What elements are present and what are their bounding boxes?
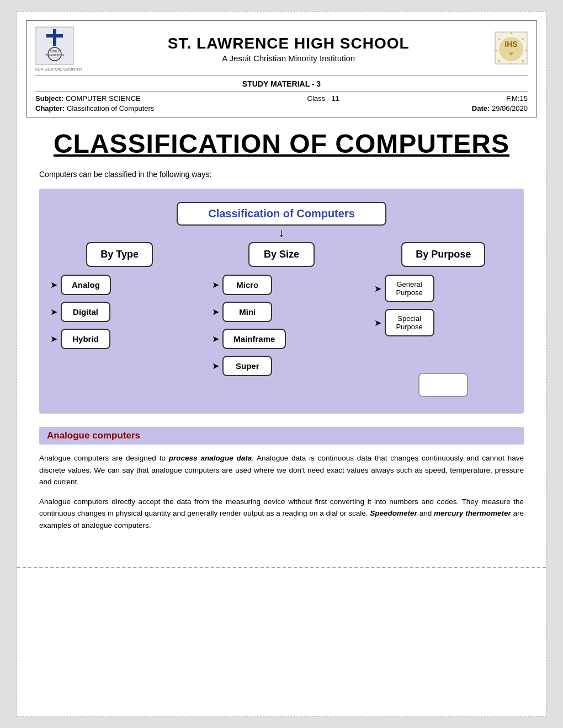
- super-box: Super: [222, 356, 272, 376]
- svg-text:✠: ✠: [509, 51, 513, 55]
- svg-text:ST.LAWRENCE: ST.LAWRENCE: [45, 53, 65, 57]
- super-row: ➤ Super: [212, 356, 350, 376]
- svg-text:TYPE II: TYPE II: [50, 50, 59, 53]
- date-field: Date: 29/06/2020: [472, 104, 528, 113]
- special-purpose-box: SpecialPurpose: [385, 309, 434, 336]
- study-material: STUDY MATERIAL - 3: [35, 76, 528, 88]
- for-god-label: FOR GOD AND COUNTRY: [35, 67, 82, 71]
- col-by-size: By Size ➤ Micro ➤ Mini ➤ Mainframe ➤: [212, 242, 350, 383]
- svg-rect-2: [46, 34, 63, 38]
- general-arrow: ➤: [374, 283, 381, 294]
- empty-box: [418, 373, 468, 397]
- main-arrow-down: ↓: [279, 227, 285, 239]
- digital-box: Digital: [61, 302, 110, 322]
- main-content: CLASSIFICATION OF COMPUTERS Computers ca…: [17, 117, 546, 550]
- header-box: TYPE II ST.LAWRENCE FOR GOD AND COUNTRY …: [26, 20, 537, 117]
- analog-row: ➤ Analog: [50, 275, 189, 295]
- subject-row: Subject: COMPUTER SCIENCE Class - 11 F.M…: [35, 92, 528, 103]
- mainframe-box: Mainframe: [222, 329, 286, 349]
- by-size-header: By Size: [248, 242, 315, 267]
- classification-diagram: Classification of Computers ↓ By Type ➤ …: [39, 189, 524, 414]
- micro-box: Micro: [222, 275, 272, 295]
- mainframe-row: ➤ Mainframe: [212, 329, 350, 349]
- col-by-type: By Type ➤ Analog ➤ Digital ➤ Hybrid: [50, 242, 189, 356]
- digital-arrow: ➤: [50, 307, 57, 317]
- special-arrow: ➤: [374, 318, 381, 328]
- analog-arrow: ➤: [50, 280, 57, 290]
- school-name: ST. LAWRENCE HIGH SCHOOL: [93, 35, 484, 52]
- school-subtitle: A Jesuit Christian Minority Institution: [93, 53, 484, 63]
- document-page: TYPE II ST.LAWRENCE FOR GOD AND COUNTRY …: [17, 11, 546, 717]
- subject-field: Subject: COMPUTER SCIENCE: [35, 94, 141, 103]
- mainframe-arrow: ➤: [212, 334, 219, 344]
- by-purpose-header: By Purpose: [401, 242, 485, 267]
- mini-arrow: ➤: [212, 307, 219, 317]
- micro-arrow: ➤: [212, 280, 219, 290]
- analogue-section-heading: Analogue computers: [39, 427, 524, 445]
- intro-text: Computers can be classified in the follo…: [39, 170, 524, 179]
- class-field: Class - 11: [307, 94, 340, 103]
- hybrid-arrow: ➤: [50, 334, 57, 344]
- analogue-para2: Analogue computers directly accept the d…: [39, 496, 524, 532]
- analog-box: Analog: [61, 275, 111, 295]
- left-logo: TYPE II ST.LAWRENCE FOR GOD AND COUNTRY: [35, 26, 82, 71]
- chapter-row: Chapter: Classification of Computers Dat…: [35, 104, 528, 113]
- mini-row: ➤ Mini: [212, 302, 350, 322]
- mini-box: Mini: [222, 302, 272, 322]
- hybrid-box: Hybrid: [61, 329, 110, 349]
- chapter-field: Chapter: Classification of Computers: [35, 104, 154, 113]
- page-title: CLASSIFICATION OF COMPUTERS: [39, 129, 524, 159]
- hybrid-row: ➤ Hybrid: [50, 329, 189, 349]
- by-type-header: By Type: [86, 242, 153, 267]
- school-name-block: ST. LAWRENCE HIGH SCHOOL A Jesuit Christ…: [93, 35, 484, 63]
- diagram-columns: By Type ➤ Analog ➤ Digital ➤ Hybrid: [50, 242, 513, 397]
- general-purpose-box: GeneralPurpose: [385, 275, 434, 302]
- analogue-para1: Analogue computers are designed to proce…: [39, 452, 524, 488]
- right-logo: IHS ✠: [495, 31, 528, 67]
- micro-row: ➤ Micro: [212, 275, 350, 295]
- digital-row: ➤ Digital: [50, 302, 189, 322]
- super-arrow: ➤: [212, 361, 219, 371]
- header-top: TYPE II ST.LAWRENCE FOR GOD AND COUNTRY …: [35, 26, 528, 71]
- general-purpose-row: ➤ GeneralPurpose: [374, 275, 513, 302]
- special-purpose-row: ➤ SpecialPurpose: [374, 309, 513, 336]
- diagram-title-box: Classification of Computers: [177, 202, 386, 226]
- fm-field: F.M:15: [506, 94, 528, 103]
- col-by-purpose: By Purpose ➤ GeneralPurpose ➤ SpecialPur…: [374, 242, 513, 397]
- svg-text:IHS: IHS: [504, 40, 517, 49]
- footer-divider: [17, 567, 546, 568]
